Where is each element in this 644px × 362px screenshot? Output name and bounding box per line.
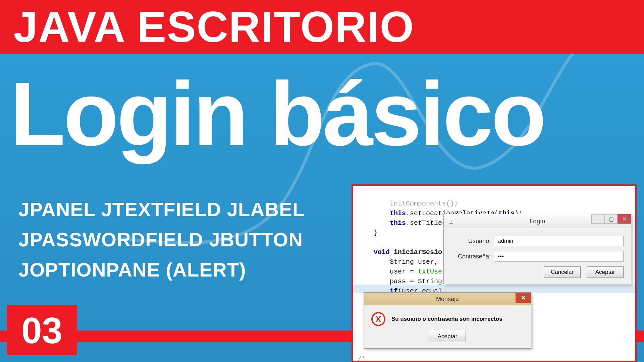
window-buttons: — ▢ ✕: [592, 214, 631, 224]
message-text: Su usuario o contraseña son incorrectos: [391, 316, 502, 322]
main-area: Login básico JPANEL JTEXTFIELD JLABEL JP…: [0, 54, 644, 362]
login-button-row: Cancelar Aceptar: [451, 266, 624, 278]
main-title: Login básico: [10, 69, 544, 159]
message-dialog: Mensaje ✕ X Su usuario o contraseña son …: [364, 292, 531, 349]
error-icon: X: [371, 312, 385, 326]
subtitle-line-1: JPANEL JTEXTFIELD JLABEL: [18, 194, 305, 225]
accept-button[interactable]: Aceptar: [587, 266, 624, 278]
user-row: Usuario:: [451, 236, 624, 246]
user-label: Usuario:: [451, 238, 495, 245]
code-screenshot-panel: initComponents(); this.setLocationRelati…: [352, 184, 637, 362]
code-token: }: [374, 229, 378, 237]
password-row: Contraseña:: [451, 251, 624, 262]
login-titlebar[interactable]: Login — ▢ ✕: [444, 214, 631, 228]
code-token: this: [390, 209, 406, 217]
login-body: Usuario: Contraseña: Cancelar Aceptar: [444, 228, 631, 284]
code-token: .setTitle(: [406, 219, 446, 227]
message-accept-button[interactable]: Aceptar: [429, 331, 466, 342]
minimize-button[interactable]: —: [591, 214, 605, 224]
cancel-button[interactable]: Cancelar: [544, 266, 581, 278]
code-token: txtUse: [418, 268, 442, 276]
subtitle-line-3: JOPTIONPANE (ALERT): [18, 255, 305, 285]
message-button-row: Aceptar: [364, 331, 531, 348]
code-token: initComponents();: [390, 200, 458, 207]
maximize-button[interactable]: ▢: [604, 214, 618, 224]
code-token: void: [374, 248, 390, 256]
code-token: iniciarSesio: [390, 248, 442, 256]
header-title: JAVA ESCRITORIO: [13, 2, 414, 52]
code-token: user =: [374, 268, 418, 276]
message-body: X Su usuario o contraseña son incorrecto…: [364, 305, 531, 331]
episode-number: 03: [21, 309, 62, 352]
code-token: this: [390, 219, 406, 227]
message-close-button[interactable]: ✕: [516, 293, 531, 303]
episode-badge: 03: [7, 305, 77, 355]
subtitle-block: JPANEL JTEXTFIELD JLABEL JPASSWORDFIELD …: [18, 194, 305, 285]
password-input[interactable]: [495, 251, 624, 262]
message-title: Mensaje: [436, 296, 459, 303]
header-band: JAVA ESCRITORIO: [0, 0, 644, 54]
code-comment: /*: [358, 355, 366, 362]
login-window: Login — ▢ ✕ Usuario: Contraseña: Cancela…: [443, 214, 631, 284]
password-label: Contraseña:: [451, 253, 495, 260]
code-token: pass = String: [374, 278, 442, 285]
user-input[interactable]: [495, 236, 624, 246]
message-titlebar[interactable]: Mensaje ✕: [364, 293, 531, 305]
code-token: String user,: [374, 258, 438, 266]
subtitle-line-2: JPASSWORDFIELD JBUTTON: [18, 225, 305, 255]
close-button[interactable]: ✕: [618, 214, 631, 224]
